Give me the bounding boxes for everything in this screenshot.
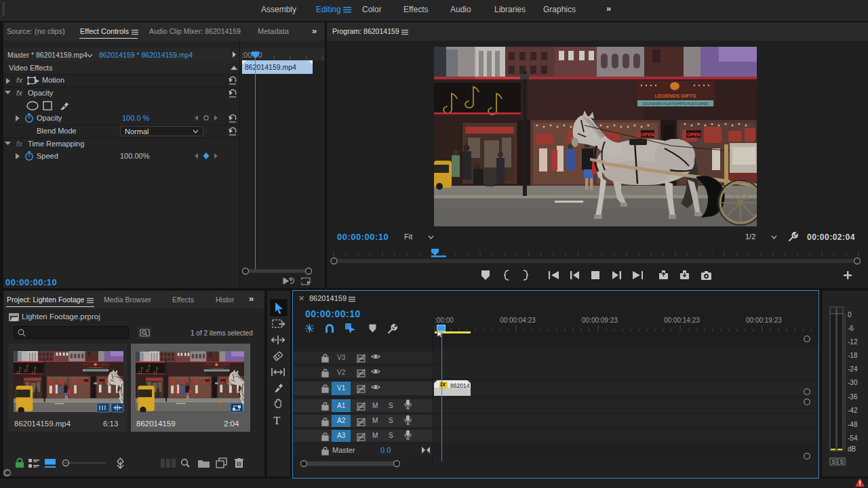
svg-text:0: 0 xyxy=(848,311,852,319)
svg-text:S: S xyxy=(832,458,836,465)
svg-text:dB: dB xyxy=(848,445,856,453)
svg-text:-54: -54 xyxy=(848,434,858,442)
svg-text:-24: -24 xyxy=(848,365,858,373)
svg-text:-36: -36 xyxy=(848,393,858,401)
svg-text:-48: -48 xyxy=(848,421,858,428)
svg-text:-12: -12 xyxy=(848,338,858,346)
svg-text:-18: -18 xyxy=(848,352,858,359)
svg-text:-42: -42 xyxy=(848,407,858,414)
svg-text:-30: -30 xyxy=(848,379,858,386)
svg-text:-6: -6 xyxy=(848,325,854,332)
svg-text:S: S xyxy=(840,458,844,465)
